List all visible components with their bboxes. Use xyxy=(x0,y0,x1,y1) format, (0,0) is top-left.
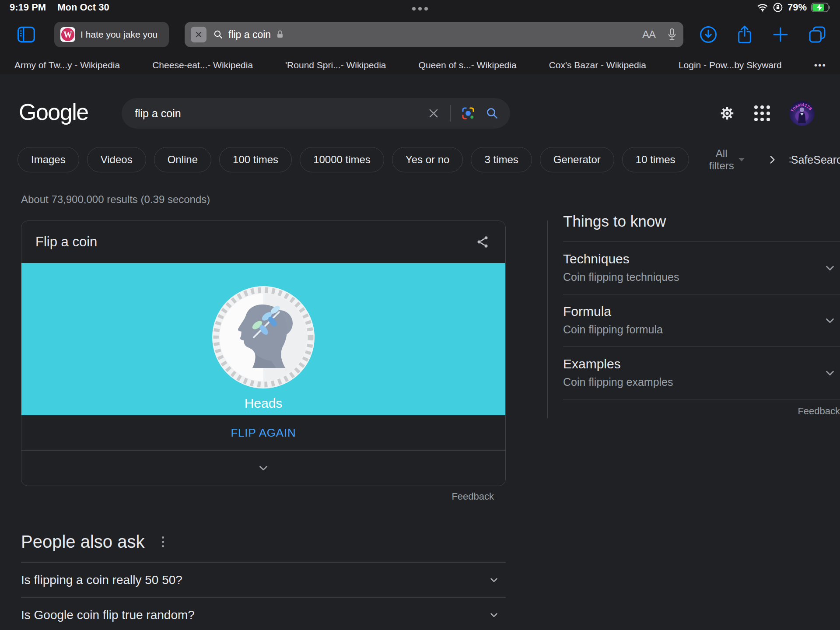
lock-icon xyxy=(276,30,284,39)
chip-10-times[interactable]: 10 times xyxy=(622,147,689,172)
ttk-row-formula[interactable]: Formula Coin flipping formula xyxy=(563,294,840,346)
chip-images[interactable]: Images xyxy=(18,147,79,172)
address-text: flip a coin xyxy=(228,29,271,41)
status-date: Mon Oct 30 xyxy=(57,2,109,13)
favorite-link[interactable]: Army of Tw...y - Wikipedia xyxy=(14,60,120,70)
results-stats: About 73,900,000 results (0.39 seconds) xyxy=(21,193,210,206)
more-vertical-icon[interactable] xyxy=(160,535,166,549)
downloads-icon[interactable] xyxy=(699,25,718,44)
tab-title: I hate you jake you xyxy=(80,29,158,40)
coin-result-label: Heads xyxy=(21,396,505,411)
chip-100-times[interactable]: 100 times xyxy=(219,147,292,172)
column-divider xyxy=(547,220,548,418)
feedback-link[interactable]: Feedback xyxy=(452,491,494,502)
profile-avatar[interactable]: Toast4128 xyxy=(789,101,815,126)
feedback-link[interactable]: Feedback xyxy=(798,406,840,416)
address-bar[interactable]: flip a coin AA xyxy=(185,22,683,47)
chip-3-times[interactable]: 3 times xyxy=(471,147,532,172)
background-tab[interactable]: W I hate you jake you xyxy=(54,22,169,47)
rotation-lock-icon xyxy=(773,2,783,13)
sidebar-toggle-button[interactable] xyxy=(17,25,36,44)
chevron-down-icon[interactable] xyxy=(823,262,836,275)
search-filter-chips: Images Videos Online 100 times 10000 tim… xyxy=(0,147,840,173)
wifi-icon xyxy=(757,3,768,12)
search-icon xyxy=(214,30,223,39)
share-icon[interactable] xyxy=(736,25,753,44)
ttk-row-examples[interactable]: Examples Coin flipping examples xyxy=(563,346,840,399)
clear-search-icon[interactable] xyxy=(427,107,440,119)
things-to-know-heading: Things to know xyxy=(563,213,840,230)
favorite-link[interactable]: Cheese-eat...- Wikipedia xyxy=(152,60,253,70)
safesearch-button[interactable]: SafeSearch xyxy=(791,154,840,166)
widget-title: Flip a coin xyxy=(35,234,97,250)
paa-question-row[interactable]: Is flipping a coin really 50 50? xyxy=(21,563,506,598)
chevron-down-icon[interactable] xyxy=(488,609,500,621)
chip-10000-times[interactable]: 10000 times xyxy=(300,147,384,172)
favorite-link[interactable]: Cox's Bazar - Wikipedia xyxy=(549,60,646,70)
more-vertical-icon[interactable] xyxy=(789,157,791,163)
widget-feedback: Feedback xyxy=(21,491,506,502)
flip-again-button[interactable]: FLIP AGAIN xyxy=(21,415,505,450)
chip-online[interactable]: Online xyxy=(154,147,211,172)
close-tab-icon[interactable] xyxy=(191,27,206,42)
tabs-overview-icon[interactable] xyxy=(808,25,827,44)
search-box-divider xyxy=(450,105,451,122)
paa-question-row[interactable]: Is Google coin flip true random? xyxy=(21,598,506,630)
multitasking-indicator-icon[interactable] xyxy=(412,7,428,10)
mic-icon[interactable] xyxy=(667,28,677,42)
chevron-down-icon[interactable] xyxy=(823,367,836,380)
google-search-header: Google flip a coin xyxy=(0,98,840,130)
search-box[interactable]: flip a coin xyxy=(122,98,510,129)
chevron-down-icon[interactable] xyxy=(488,574,500,586)
wikipedia-favicon-icon: W xyxy=(60,27,75,42)
coin-stage: Heads xyxy=(21,263,505,415)
share-result-icon[interactable] xyxy=(476,235,490,249)
coin-heads-image xyxy=(211,285,316,390)
ttk-feedback: Feedback xyxy=(563,399,840,417)
battery-percent: 79% xyxy=(788,2,807,13)
chip-generator[interactable]: Generator xyxy=(540,147,614,172)
chips-scroll-right-icon[interactable] xyxy=(766,154,778,165)
safari-toolbar: W I hate you jake you flip a coin AA xyxy=(0,20,840,49)
reader-options-button[interactable]: AA xyxy=(642,28,655,41)
caret-down-icon xyxy=(738,158,745,161)
favorite-link[interactable]: Login - Pow...by Skyward xyxy=(679,60,782,70)
chevron-down-icon[interactable] xyxy=(823,314,836,327)
status-bar: 9:19 PM Mon Oct 30 79% xyxy=(0,0,840,15)
status-time: 9:19 PM xyxy=(10,2,46,13)
favorites-more-icon[interactable]: ••• xyxy=(814,60,826,70)
chip-yes-or-no[interactable]: Yes or no xyxy=(392,147,463,172)
browser-chrome: 9:19 PM Mon Oct 30 79% W I hate you jake… xyxy=(0,0,840,74)
widget-expand-chevron-icon[interactable] xyxy=(21,450,505,486)
things-to-know-panel: Things to know Techniques Coin flipping … xyxy=(563,213,840,417)
new-tab-icon[interactable] xyxy=(772,26,789,43)
google-apps-grid-icon[interactable] xyxy=(754,105,770,121)
flip-a-coin-widget: Flip a coin Heads FLIP AG xyxy=(21,220,506,486)
favorite-link[interactable]: 'Round Spri...- Wikipedia xyxy=(285,60,386,70)
search-query-text[interactable]: flip a coin xyxy=(135,107,181,120)
all-filters-button[interactable]: All filters xyxy=(709,147,745,172)
favorite-link[interactable]: Queen of s...- Wikipedia xyxy=(419,60,517,70)
people-also-ask-section: People also ask Is flipping a coin reall… xyxy=(21,532,506,630)
chip-videos[interactable]: Videos xyxy=(87,147,146,172)
search-submit-icon[interactable] xyxy=(486,107,499,120)
favorites-bar: Army of Tw...y - Wikipedia Cheese-eat...… xyxy=(0,56,840,74)
settings-gear-icon[interactable] xyxy=(719,105,735,121)
ttk-row-techniques[interactable]: Techniques Coin flipping techniques xyxy=(563,242,840,294)
google-lens-icon[interactable] xyxy=(461,106,475,120)
battery-icon xyxy=(811,3,830,12)
people-also-ask-heading: People also ask xyxy=(21,532,144,552)
google-logo[interactable]: Google xyxy=(19,99,88,125)
